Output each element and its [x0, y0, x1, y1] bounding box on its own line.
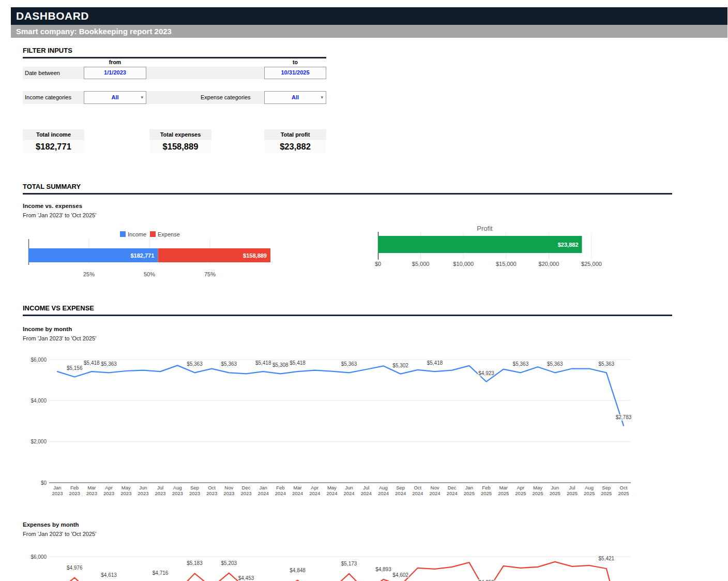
chevron-down-icon: ▾ [321, 92, 323, 103]
svg-text:Jul: Jul [363, 485, 369, 490]
expenses-by-month-line-chart: $6,000$4,976$4,613$4,716$5,183$5,203$4,4… [21, 547, 639, 581]
from-label: from [84, 59, 146, 65]
svg-text:2024: 2024 [292, 490, 303, 496]
svg-text:Income: Income [128, 231, 146, 237]
svg-text:2024: 2024 [378, 490, 389, 496]
expenses-by-month-chart-subtitle: From 'Jan 2023' to 'Oct 2025' [23, 531, 96, 537]
svg-text:Aug: Aug [585, 485, 594, 490]
svg-text:May: May [122, 485, 131, 490]
expense-categories-value: All [292, 94, 299, 100]
svg-text:Sep: Sep [190, 485, 199, 490]
svg-text:Aug: Aug [379, 485, 388, 490]
subheader-bar: Smart company: Bookkeeping report 2023 [11, 25, 727, 38]
total-profit-header: Total profit [264, 129, 326, 140]
svg-text:75%: 75% [204, 271, 216, 277]
svg-text:Jan: Jan [465, 485, 473, 490]
total-expenses-value: $158,889 [149, 140, 211, 153]
svg-text:Jul: Jul [569, 485, 575, 490]
svg-text:2024: 2024 [326, 490, 337, 496]
svg-text:$25,000: $25,000 [581, 261, 602, 267]
svg-text:$5,363: $5,363 [547, 361, 563, 367]
svg-text:$5,418: $5,418 [290, 360, 306, 366]
expenses-by-month-chart-title: Expenses by month [23, 522, 79, 528]
svg-text:Dec: Dec [448, 485, 457, 490]
svg-text:$2,000: $2,000 [31, 439, 47, 444]
profit-bar-chart: Profit$0$5,000$10,000$15,000$20,000$25,0… [371, 221, 605, 273]
svg-text:$5,156: $5,156 [67, 365, 83, 371]
svg-text:Aug: Aug [173, 485, 182, 490]
svg-text:2025: 2025 [550, 490, 560, 496]
date-between-label: Date between [25, 67, 60, 79]
income-categories-label: Income categories [25, 91, 71, 104]
svg-text:2024: 2024 [258, 490, 269, 496]
svg-text:$5,173: $5,173 [341, 561, 357, 567]
svg-text:$4,923: $4,923 [478, 370, 494, 376]
svg-text:$4,893: $4,893 [375, 567, 391, 572]
svg-text:25%: 25% [83, 271, 95, 277]
svg-text:2023: 2023 [69, 490, 80, 496]
svg-text:Sep: Sep [602, 485, 611, 490]
svg-text:$5,363: $5,363 [101, 361, 117, 367]
svg-text:Apr: Apr [517, 485, 525, 490]
svg-text:$182,771: $182,771 [130, 252, 154, 259]
svg-text:$5,183: $5,183 [187, 560, 203, 566]
svg-text:2023: 2023 [155, 490, 166, 496]
report-subtitle: Smart company: Bookkeeping report 2023 [16, 27, 172, 36]
date-from-input[interactable]: 1/1/2023 [84, 67, 146, 79]
total-profit-value: $23,882 [264, 140, 326, 153]
income-categories-value: All [111, 94, 118, 100]
svg-text:Jun: Jun [345, 485, 353, 490]
header-bar: DASHBOARD [11, 7, 727, 25]
svg-text:Oct: Oct [414, 485, 421, 490]
svg-text:2025: 2025 [618, 490, 629, 496]
income-vs-expenses-chart-subtitle: From 'Jan 2023' to 'Oct 2025' [23, 212, 96, 218]
to-label: to [264, 59, 326, 65]
svg-text:Jun: Jun [139, 485, 147, 490]
svg-text:Expense: Expense [158, 231, 180, 237]
svg-text:Apr: Apr [311, 485, 318, 490]
svg-text:$5,418: $5,418 [84, 360, 100, 366]
svg-text:$5,308: $5,308 [272, 362, 289, 368]
svg-text:2023: 2023 [52, 490, 63, 496]
svg-text:Jul: Jul [157, 485, 163, 490]
svg-text:2023: 2023 [240, 490, 251, 496]
svg-text:$5,363: $5,363 [599, 361, 615, 367]
svg-text:2023: 2023 [86, 490, 97, 496]
total-expenses-header: Total expenses [149, 129, 211, 140]
svg-text:$4,453: $4,453 [238, 575, 254, 581]
svg-text:$6,000: $6,000 [31, 357, 47, 363]
svg-text:2024: 2024 [309, 490, 320, 496]
income-categories-dropdown[interactable]: All ▾ [84, 91, 146, 104]
svg-text:Mar: Mar [293, 485, 301, 490]
svg-text:May: May [327, 485, 337, 490]
expense-categories-dropdown[interactable]: All ▾ [264, 91, 326, 104]
svg-text:Oct: Oct [208, 485, 216, 490]
svg-text:$2,783: $2,783 [616, 414, 632, 420]
svg-text:$5,418: $5,418 [255, 360, 271, 366]
svg-text:2024: 2024 [395, 490, 406, 496]
svg-text:$0: $0 [41, 480, 47, 486]
svg-text:$5,363: $5,363 [187, 361, 203, 367]
svg-text:$5,363: $5,363 [221, 361, 237, 367]
svg-text:$5,418: $5,418 [427, 360, 443, 366]
svg-text:$5,363: $5,363 [341, 361, 357, 367]
svg-text:$4,848: $4,848 [290, 568, 306, 573]
svg-text:2025: 2025 [481, 490, 492, 496]
income-vs-expenses-stacked-bar-chart: 25%50%75%$182,771$158,889IncomeExpense [21, 228, 279, 285]
svg-text:$5,421: $5,421 [599, 556, 615, 561]
svg-text:$0: $0 [375, 261, 381, 267]
income-vs-expense-heading: INCOME VS EXPENSE [23, 304, 672, 316]
income-by-month-chart-subtitle: From 'Jan 2023' to 'Oct 2025' [23, 335, 96, 341]
svg-text:2024: 2024 [361, 490, 372, 496]
income-by-month-chart-title: Income by month [23, 326, 72, 332]
svg-text:Jan: Jan [260, 485, 267, 490]
date-to-input[interactable]: 10/31/2025 [264, 67, 326, 79]
total-income-header: Total income [23, 129, 84, 140]
svg-text:$15,000: $15,000 [496, 261, 517, 267]
filter-inputs-heading: FILTER INPUTS [23, 47, 326, 58]
income-by-month-line-chart: $6,000$4,000$2,000$0Jan2023Feb2023Mar202… [21, 352, 639, 507]
svg-text:Mar: Mar [499, 485, 508, 490]
svg-text:2024: 2024 [447, 490, 458, 496]
svg-text:Jan: Jan [53, 485, 61, 490]
svg-text:$158,889: $158,889 [243, 252, 267, 259]
